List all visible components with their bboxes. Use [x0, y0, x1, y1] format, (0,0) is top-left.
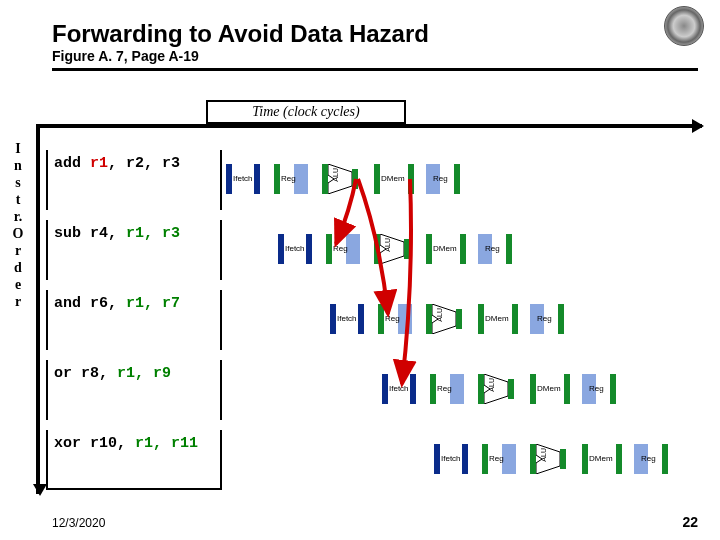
- footer-date: 12/3/2020: [52, 516, 105, 530]
- stage-reg: Reg: [430, 374, 464, 404]
- rule: [52, 68, 698, 71]
- stage-alu: ALU: [426, 304, 466, 334]
- svg-rect-8: [530, 444, 536, 474]
- order-axis: [36, 124, 40, 494]
- order-axis-label: Ins tr. Ord er: [8, 140, 28, 310]
- footer-page: 22: [682, 514, 698, 530]
- instr-text: xor r10, r1, r11: [46, 430, 222, 490]
- svg-rect-0: [322, 164, 328, 194]
- instr-text: add r1, r2, r3: [46, 150, 222, 210]
- stage-reg-write: Reg: [582, 374, 616, 404]
- stage-reg-write: Reg: [426, 164, 460, 194]
- stage-reg: Reg: [326, 234, 360, 264]
- time-axis-label: Time (clock cycles): [206, 100, 406, 124]
- seal-icon: [664, 6, 704, 46]
- stage-ifetch: Ifetch: [382, 374, 416, 404]
- svg-rect-7: [508, 379, 514, 399]
- svg-rect-6: [478, 374, 484, 404]
- stage-reg: Reg: [274, 164, 308, 194]
- svg-rect-3: [404, 239, 410, 259]
- stage-alu: ALU: [374, 234, 414, 264]
- stage-ifetch: Ifetch: [330, 304, 364, 334]
- svg-rect-4: [426, 304, 432, 334]
- stage-reg-write: Reg: [478, 234, 512, 264]
- stage-ifetch: Ifetch: [434, 444, 468, 474]
- instr-text: sub r4, r1, r3: [46, 220, 222, 280]
- stage-ifetch: Ifetch: [278, 234, 312, 264]
- stage-dmem: DMem: [374, 164, 414, 194]
- instr-text: or r8, r1, r9: [46, 360, 222, 420]
- stage-alu: ALU: [322, 164, 362, 194]
- stage-dmem: DMem: [530, 374, 570, 404]
- slide: Forwarding to Avoid Data Hazard Figure A…: [0, 0, 720, 540]
- stage-reg-write: Reg: [530, 304, 564, 334]
- svg-rect-2: [374, 234, 380, 264]
- stage-dmem: DMem: [478, 304, 518, 334]
- time-axis: [36, 124, 702, 128]
- svg-rect-5: [456, 309, 462, 329]
- stage-dmem: DMem: [582, 444, 622, 474]
- figure-ref: Figure A. 7, Page A-19: [52, 48, 199, 64]
- stage-alu: ALU: [478, 374, 518, 404]
- svg-rect-1: [352, 169, 358, 189]
- instr-text: and r6, r1, r7: [46, 290, 222, 350]
- stage-reg: Reg: [378, 304, 412, 334]
- stage-reg: Reg: [482, 444, 516, 474]
- stage-alu: ALU: [530, 444, 570, 474]
- stage-ifetch: Ifetch: [226, 164, 260, 194]
- stage-reg-write: Reg: [634, 444, 668, 474]
- stage-dmem: DMem: [426, 234, 466, 264]
- page-title: Forwarding to Avoid Data Hazard: [52, 20, 429, 48]
- svg-rect-9: [560, 449, 566, 469]
